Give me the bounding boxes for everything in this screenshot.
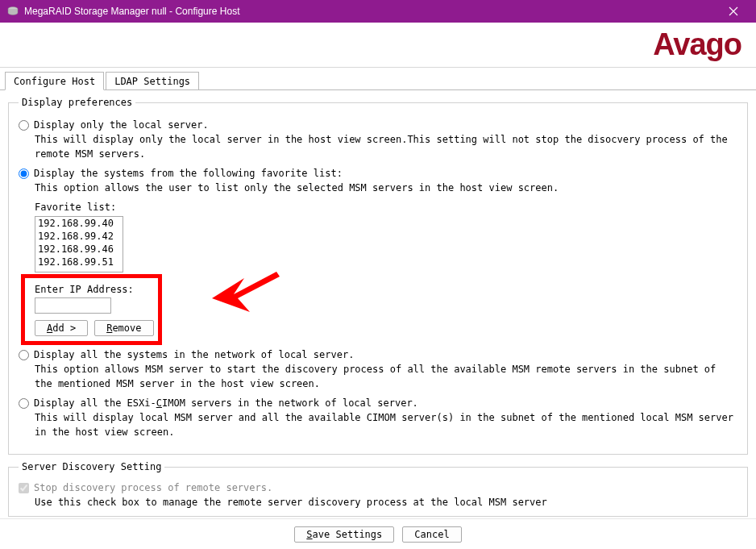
close-button[interactable] xyxy=(717,0,750,23)
display-preferences-group: Display preferences Display only the loc… xyxy=(8,97,748,455)
window-titlebar: MegaRAID Storage Manager null - Configur… xyxy=(0,0,756,23)
radio-all-local[interactable] xyxy=(19,350,29,360)
cancel-button[interactable]: Cancel xyxy=(402,526,461,543)
stop-discovery-label: Stop discovery process of remote servers… xyxy=(34,482,272,493)
list-item[interactable]: 192.168.99.40 xyxy=(35,217,123,230)
radio-esxi-cimom-desc: This will display local MSM server and a… xyxy=(35,410,737,439)
radio-favorite-list[interactable] xyxy=(19,168,29,179)
display-preferences-legend: Display preferences xyxy=(19,97,135,108)
server-discovery-legend: Server Discovery Setting xyxy=(19,461,164,472)
tab-ldap-settings[interactable]: LDAP Settings xyxy=(106,72,199,90)
favorite-list-label: Favorite list: xyxy=(35,202,737,213)
stop-discovery-desc: Use this check box to manage the remote … xyxy=(35,497,737,508)
favorite-list[interactable]: 192.168.99.40 192.168.99.42 192.168.99.4… xyxy=(35,216,123,272)
ip-address-label: Enter IP Address: xyxy=(35,284,737,295)
window-title: MegaRAID Storage Manager null - Configur… xyxy=(24,6,717,17)
save-settings-button[interactable]: Save Settings xyxy=(294,526,394,543)
radio-local-only-label: Display only the local server. xyxy=(34,119,209,131)
radio-favorite-list-label: Display the systems from the following f… xyxy=(34,168,343,179)
ip-address-input[interactable] xyxy=(35,297,111,314)
radio-esxi-cimom-label: Display all the ESXi-CIMOM servers in th… xyxy=(34,397,418,409)
ip-entry-block: Enter IP Address: Add > Remove xyxy=(35,284,737,336)
brand-logo: Avago xyxy=(653,27,741,62)
radio-local-only[interactable] xyxy=(19,120,29,131)
tab-configure-host[interactable]: Configure Host xyxy=(5,72,104,90)
radio-all-local-desc: This option allows MSM server to start t… xyxy=(35,362,737,391)
tabs: Configure Host LDAP Settings xyxy=(5,71,756,89)
server-discovery-group: Server Discovery Setting Stop discovery … xyxy=(8,461,748,517)
content-area: Display preferences Display only the loc… xyxy=(0,89,756,517)
radio-esxi-cimom[interactable] xyxy=(19,398,29,409)
radio-favorite-list-desc: This option allows the user to list only… xyxy=(35,181,737,195)
logo-area: Avago xyxy=(0,23,756,68)
list-item[interactable]: 192.168.99.46 xyxy=(35,243,123,256)
stop-discovery-checkbox xyxy=(19,483,29,493)
radio-local-only-desc: This will display only the local server … xyxy=(35,132,737,161)
remove-button[interactable]: Remove xyxy=(94,320,153,336)
list-item[interactable]: 192.168.99.42 xyxy=(35,230,123,243)
add-button[interactable]: Add > xyxy=(35,320,88,336)
radio-all-local-label: Display all the systems in the network o… xyxy=(34,349,354,360)
app-icon xyxy=(6,5,19,18)
dialog-footer: Save Settings Cancel xyxy=(0,518,756,549)
list-item[interactable]: 192.168.99.51 xyxy=(35,256,123,268)
